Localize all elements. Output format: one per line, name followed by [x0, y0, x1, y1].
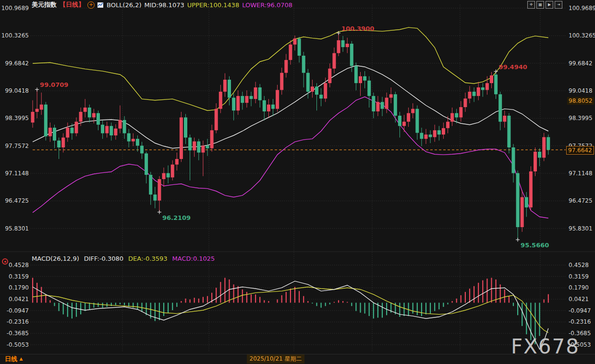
crosshair-icon[interactable]: ✛ [527, 1, 535, 9]
candle-body [75, 121, 78, 133]
candle-body [302, 56, 305, 73]
price-axis-label-left: 99.0418 [5, 87, 29, 94]
candle-body [494, 74, 498, 94]
price-axis-label-right: 98.3995 [569, 115, 593, 121]
mini-chart-icon[interactable] [97, 2, 104, 8]
candle-body [241, 96, 244, 103]
candle-body [175, 159, 179, 165]
price-axis-label-right: 99.6842 [569, 60, 593, 67]
candle-body [250, 96, 253, 99]
candle-body [276, 90, 279, 109]
axis-labels: 100.9689100.9689100.3265100.326599.68429… [1, 5, 595, 363]
price-axis-label-right: 99.0418 [569, 87, 593, 94]
macd-value: MACD:0.1025 [172, 255, 215, 262]
candle-body [119, 120, 122, 129]
candle-body [84, 108, 87, 112]
price-axis-label-right: 96.4725 [569, 197, 593, 204]
candle-body [425, 134, 428, 139]
candle-body [473, 92, 476, 96]
candle-body [105, 126, 109, 133]
candle-body [420, 133, 423, 139]
add-indicator-icon[interactable]: + [87, 1, 95, 9]
candle-body [66, 128, 69, 138]
candle-body [127, 133, 131, 142]
macd-axis-label-left: -0.0947 [7, 307, 29, 314]
candle-body [490, 75, 493, 83]
candle-body [245, 96, 248, 103]
candle-body [57, 141, 61, 147]
candle-body [446, 121, 449, 128]
candle-body [284, 60, 288, 73]
macd-dea-value: DEA:-0.3593 [128, 255, 167, 262]
macd-axis-label-right: 0.4528 [569, 262, 589, 268]
boll-lower-value: LOWER:96.0708 [242, 1, 292, 9]
candle-body [402, 121, 406, 126]
candle-body [498, 94, 502, 121]
last-price-tag: 97.6642 [566, 146, 594, 155]
candle-body [254, 87, 257, 99]
macd-axis-label-right: 0.1790 [569, 284, 589, 291]
candle-body [529, 171, 533, 207]
candle-body [228, 80, 231, 97]
macd-axis-label-left: -0.2316 [7, 318, 29, 325]
macd-axis-label-left: -0.3685 [7, 330, 29, 337]
chart-header: 美元指数【日线】 + BOLL(26,2) MID:98.1073 UPPER:… [32, 1, 292, 9]
price-axis-label-right: 97.1148 [569, 170, 593, 177]
candle-body [158, 179, 161, 201]
price-axis-label-right: 95.8301 [569, 225, 593, 232]
candle-body [193, 141, 196, 150]
candle-body [167, 173, 170, 178]
candle-body [206, 146, 209, 148]
candles [31, 33, 550, 240]
chart-play-icon[interactable]: ▶ [546, 1, 553, 9]
highlighted-date-label: 2025/10/21 星期二 [247, 354, 304, 364]
macd-axis-label-left: 0.3159 [9, 273, 29, 280]
candle-body [40, 105, 43, 110]
price-axis-label-left: 97.7572 [5, 143, 29, 149]
candlestick-chart-canvas[interactable]: 99.0709100.390099.494096.210995.5660100.… [0, 0, 595, 364]
candle-body [415, 109, 419, 133]
candle-body [258, 87, 262, 100]
candle-body [201, 146, 205, 152]
macd-panel [33, 278, 548, 349]
exit-arrow-icon[interactable]: ⇥ [555, 1, 562, 9]
candle-body [463, 98, 467, 107]
candle-body [315, 86, 318, 95]
candle-body [346, 44, 349, 47]
candle-body [481, 87, 485, 90]
candle-body [70, 128, 73, 133]
macd-indicator-icon[interactable] [2, 258, 8, 265]
macd-params-label: MACD(26,12,9) [32, 255, 79, 262]
candle-body [546, 137, 550, 150]
candle-body [236, 96, 240, 110]
candle-body [359, 76, 362, 83]
candle-body [145, 153, 148, 175]
macd-diff-value: DIFF:-0.3080 [84, 255, 123, 262]
boll-mid-value: MID:98.1073 [145, 1, 184, 9]
candle-body [372, 96, 375, 111]
candle-body [49, 128, 52, 136]
candle-body [324, 83, 327, 98]
chart-app: 99.0709100.390099.494096.210995.5660100.… [0, 0, 595, 364]
candle-body [136, 139, 139, 146]
price-annotation-text: 95.5660 [521, 242, 549, 249]
price-axis-label-left: 100.9689 [1, 5, 29, 12]
price-axis-label-left: 99.6842 [5, 60, 29, 67]
candle-body [437, 130, 441, 134]
candle-body [516, 173, 520, 227]
period-selector[interactable]: 日线 ▲ [5, 355, 23, 364]
candle-body [319, 95, 323, 98]
period-tag: 【日线】 [60, 0, 85, 9]
candle-body [477, 87, 480, 96]
candle-body [507, 116, 510, 147]
candle-body [363, 76, 366, 81]
candle-body [468, 92, 472, 98]
axis-grid-icon[interactable]: ▦ [536, 1, 544, 9]
candle-body [293, 38, 297, 44]
candle-body [171, 165, 174, 178]
price-axis-label-right: 100.3265 [569, 32, 595, 39]
candle-body [486, 83, 489, 90]
candle-body [88, 108, 91, 118]
candle-body [337, 40, 340, 53]
candle-body [459, 107, 462, 117]
